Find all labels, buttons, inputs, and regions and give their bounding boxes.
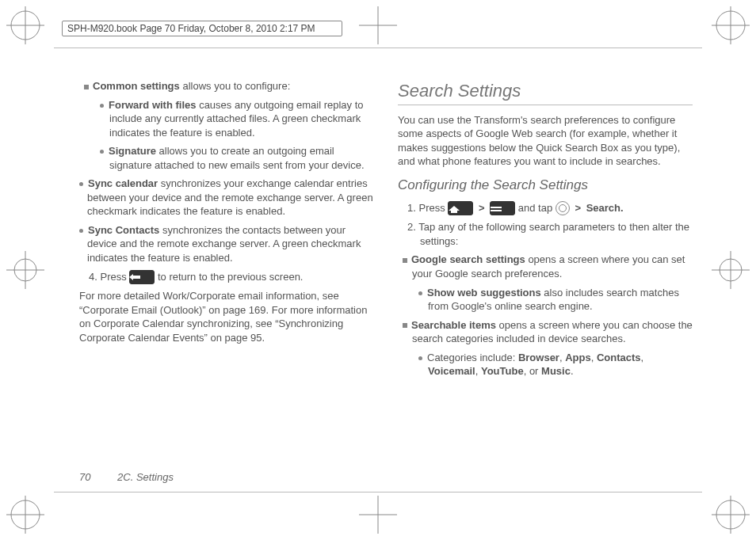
bullet-sync-contacts: Sync Contacts synchronizes the contacts … xyxy=(79,223,374,265)
page-header-meta: SPH-M920.book Page 70 Friday, October 8,… xyxy=(62,21,342,36)
chapter-label: 2C. Settings xyxy=(117,471,174,483)
step-2: 2. Tap any of the following search param… xyxy=(398,220,693,248)
page-footer: 70 2C. Settings xyxy=(79,471,174,483)
bullet-google-search-settings: Google search settings opens a screen wh… xyxy=(398,253,693,280)
dot-bullet-icon xyxy=(100,104,104,108)
svg-rect-23 xyxy=(491,210,502,211)
page-number: 70 xyxy=(79,471,90,483)
heading-search-settings: Search Settings xyxy=(398,79,693,105)
crop-mark-mr xyxy=(712,251,750,289)
home-key-icon xyxy=(448,201,473,215)
dot-bullet-icon xyxy=(100,150,104,154)
crop-mark-ml xyxy=(6,251,44,289)
dot-bullet-icon xyxy=(418,291,422,295)
crop-mark-bl xyxy=(6,496,44,534)
step-4: 4. Press to return to the previous scree… xyxy=(79,270,374,285)
crop-mark-br xyxy=(712,496,750,534)
step-1: 1. Press > and tap > Search. xyxy=(398,201,693,216)
crop-mark-mb xyxy=(359,496,397,534)
square-bullet-icon xyxy=(403,258,407,263)
page-content: Common settings allows you to configure:… xyxy=(79,79,693,461)
bullet-forward-with-files: Forward with files causes any outgoing e… xyxy=(79,98,374,140)
square-bullet-icon xyxy=(403,323,407,328)
crop-mark-tl xyxy=(6,6,44,44)
bullet-sync-calendar: Sync calendar synchronizes your exchange… xyxy=(79,177,374,219)
column-right: Search Settings You can use the Transfor… xyxy=(398,79,693,461)
svg-rect-22 xyxy=(491,207,502,208)
dot-bullet-icon xyxy=(418,356,422,360)
back-key-icon xyxy=(129,270,155,284)
dot-bullet-icon xyxy=(79,229,83,233)
para-more-info: For more detailed Work/Corporate email i… xyxy=(79,289,374,344)
chevron-right-icon: > xyxy=(479,202,485,214)
bullet-common-settings: Common settings allows you to configure: xyxy=(79,79,374,93)
crop-mark-tr xyxy=(712,6,750,44)
crop-mark-mt xyxy=(359,6,397,44)
column-left: Common settings allows you to configure:… xyxy=(79,79,374,461)
search-target-icon xyxy=(556,201,570,215)
square-bullet-icon xyxy=(84,85,89,89)
bullet-categories: Categories include: Browser, Apps, Conta… xyxy=(398,351,693,378)
bullet-searchable-items: Searchable items opens a screen where yo… xyxy=(398,318,693,346)
bullet-signature: Signature allows you to create an outgoi… xyxy=(79,144,374,172)
para-search-intro: You can use the Transform's search prefe… xyxy=(398,113,693,169)
bullet-show-web-suggestions: Show web suggestions also includes searc… xyxy=(398,286,693,314)
chevron-right-icon: > xyxy=(575,202,581,214)
dot-bullet-icon xyxy=(79,182,83,186)
heading-configuring: Configuring the Search Settings xyxy=(398,177,693,195)
menu-key-icon xyxy=(490,201,515,215)
